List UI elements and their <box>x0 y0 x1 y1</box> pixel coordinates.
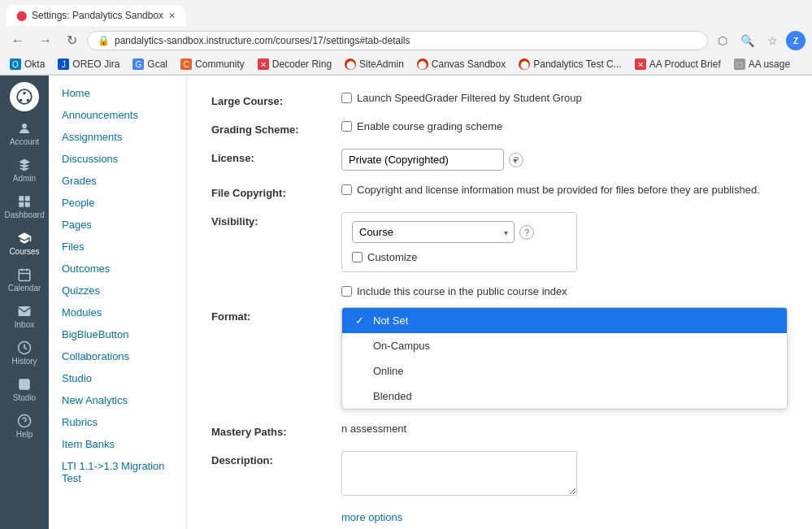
bookmark-jira[interactable]: J OREO Jira <box>54 57 123 72</box>
nav-grades[interactable]: Grades <box>49 170 186 192</box>
bookmark-canvas-sandbox[interactable]: ⬤ Canvas Sandbox <box>414 57 509 72</box>
mastery-paths-row: Mastery Paths: n assessment <box>211 423 788 438</box>
format-option-online[interactable]: Online <box>342 358 787 384</box>
bookmark-community[interactable]: C Community <box>177 57 248 72</box>
svg-rect-14 <box>19 379 30 390</box>
visibility-control: Course ▾ ? Customize <box>341 212 788 272</box>
sidebar-item-admin[interactable]: Admin <box>3 153 46 188</box>
license-row: License: Private (Copyrighted) ▾ ? <box>211 149 788 171</box>
customize-label: Customize <box>367 251 417 263</box>
public-index-checkbox[interactable] <box>341 286 352 297</box>
sidebar-item-help[interactable]: Help <box>3 409 46 444</box>
large-course-text: Launch SpeedGrader Filtered by Student G… <box>357 92 582 104</box>
sidebar-item-calendar[interactable]: Calendar <box>3 262 46 297</box>
back-button[interactable]: ← <box>7 30 29 51</box>
public-index-control: Include this course in the public course… <box>341 285 788 297</box>
siteadmin-icon: ⬤ <box>345 59 356 70</box>
svg-rect-5 <box>19 196 24 201</box>
zoom-button[interactable]: 🔍 <box>736 31 759 50</box>
grading-scheme-check[interactable]: Enable course grading scheme <box>341 120 788 132</box>
nav-files[interactable]: Files <box>49 236 186 258</box>
customize-checkbox[interactable] <box>352 252 363 262</box>
more-options-link[interactable]: more options <box>341 511 788 523</box>
sidebar-item-dashboard[interactable]: Dashboard <box>3 189 46 224</box>
nav-icons: ⬡ 🔍 ☆ Z <box>713 31 805 50</box>
license-label: License: <box>211 149 341 164</box>
file-copyright-text: Copyright and license information must b… <box>357 184 760 196</box>
nav-people[interactable]: People <box>49 192 186 214</box>
nav-quizzes[interactable]: Quizzes <box>49 280 186 301</box>
bookmark-aa-usage[interactable]: □ AA usage <box>731 57 793 72</box>
nav-announcements[interactable]: Announcements <box>49 104 186 126</box>
description-row: Description: <box>211 451 788 498</box>
mastery-paths-label: Mastery Paths: <box>211 423 341 438</box>
gcal-icon: G <box>132 59 144 70</box>
nav-rubrics[interactable]: Rubrics <box>49 411 186 433</box>
nav-collaborations[interactable]: Collaborations <box>49 345 186 367</box>
nav-pages[interactable]: Pages <box>49 214 186 236</box>
url-bar[interactable]: 🔒 pandalytics-sandbox.instructure.com/co… <box>87 31 708 50</box>
nav-modules[interactable]: Modules <box>49 301 186 323</box>
format-not-set-label: Not Set <box>373 314 408 327</box>
file-copyright-label: File Copyright: <box>211 184 341 199</box>
description-textarea[interactable] <box>341 451 577 496</box>
visibility-help-icon[interactable]: ? <box>519 225 534 240</box>
license-select-wrapper: Private (Copyrighted) ▾ ? <box>341 149 523 171</box>
description-control <box>341 451 788 498</box>
file-copyright-check[interactable]: Copyright and license information must b… <box>341 184 788 196</box>
large-course-label: Large Course: <box>211 92 341 107</box>
format-dropdown: ✓ Not Set On-Campus Online <box>341 307 788 410</box>
svg-point-3 <box>27 99 30 102</box>
file-copyright-checkbox[interactable] <box>341 184 352 195</box>
nav-lti-migration[interactable]: LTI 1.1->1.3 Migration Test <box>49 455 186 489</box>
profile-avatar[interactable]: Z <box>786 31 805 50</box>
grading-scheme-text: Enable course grading scheme <box>357 120 502 132</box>
nav-bigbluebutton[interactable]: BigBlueButton <box>49 323 186 345</box>
nav-assignments[interactable]: Assignments <box>49 126 186 148</box>
format-option-blended[interactable]: Blended <box>342 384 787 409</box>
svg-point-2 <box>20 99 23 102</box>
grading-scheme-checkbox[interactable] <box>341 121 352 132</box>
license-control: Private (Copyrighted) ▾ ? <box>341 149 788 171</box>
sidebar-item-courses[interactable]: Courses <box>3 226 46 261</box>
large-course-check[interactable]: Launch SpeedGrader Filtered by Student G… <box>341 92 788 104</box>
bookmark-pandalytics[interactable]: ⬤ Pandalytics Test C... <box>515 57 625 72</box>
customize-check[interactable]: Customize <box>352 251 567 263</box>
sidebar-item-history[interactable]: History <box>3 336 46 371</box>
nav-new-analytics[interactable]: New Analytics <box>49 389 186 411</box>
active-tab[interactable]: ⬤ Settings: Pandalytics Sandbox ✕ <box>7 5 185 26</box>
large-course-checkbox[interactable] <box>341 93 352 103</box>
bookmark-okta[interactable]: O Okta <box>7 57 48 72</box>
sidebar-item-studio[interactable]: Studio <box>3 372 46 407</box>
bookmark-aa-brief[interactable]: ✕ AA Product Brief <box>632 57 724 72</box>
visibility-row: Visibility: Course ▾ ? Custo <box>211 212 788 272</box>
bookmark-decoder[interactable]: ✕ Decoder Ring <box>254 57 335 72</box>
jira-icon: J <box>58 59 69 70</box>
browser-chrome: ⬤ Settings: Pandalytics Sandbox ✕ ← → ↻ … <box>0 0 812 76</box>
bookmark-siteadmin[interactable]: ⬤ SiteAdmin <box>341 57 407 72</box>
sidebar-item-inbox[interactable]: Inbox <box>3 299 46 334</box>
sidebar-item-account[interactable]: Account <box>3 116 46 151</box>
canvas-logo[interactable] <box>10 82 39 111</box>
nav-discussions[interactable]: Discussions <box>49 148 186 170</box>
nav-home[interactable]: Home <box>49 82 186 104</box>
nav-studio[interactable]: Studio <box>49 367 186 389</box>
visibility-select[interactable]: Course <box>352 221 515 243</box>
nav-outcomes[interactable]: Outcomes <box>49 258 186 280</box>
tab-bar: ⬤ Settings: Pandalytics Sandbox ✕ <box>0 0 812 26</box>
sidebar-history-label: History <box>11 357 37 366</box>
star-button[interactable]: ☆ <box>762 31 783 50</box>
public-index-check[interactable]: Include this course in the public course… <box>341 285 788 297</box>
format-option-on-campus[interactable]: On-Campus <box>342 333 787 358</box>
format-row: Format: ✓ Not Set On-Campus <box>211 307 788 410</box>
svg-rect-9 <box>19 270 30 281</box>
cast-button[interactable]: ⬡ <box>713 31 732 50</box>
bookmark-gcal[interactable]: G Gcal <box>129 57 171 72</box>
nav-item-banks[interactable]: Item Banks <box>49 433 186 455</box>
reload-button[interactable]: ↻ <box>62 29 82 51</box>
forward-button[interactable]: → <box>34 30 57 51</box>
format-option-not-set[interactable]: ✓ Not Set <box>342 308 787 333</box>
license-help-icon[interactable]: ? <box>509 153 523 167</box>
license-select[interactable]: Private (Copyrighted) <box>341 149 504 171</box>
format-control: ✓ Not Set On-Campus Online <box>341 307 788 410</box>
